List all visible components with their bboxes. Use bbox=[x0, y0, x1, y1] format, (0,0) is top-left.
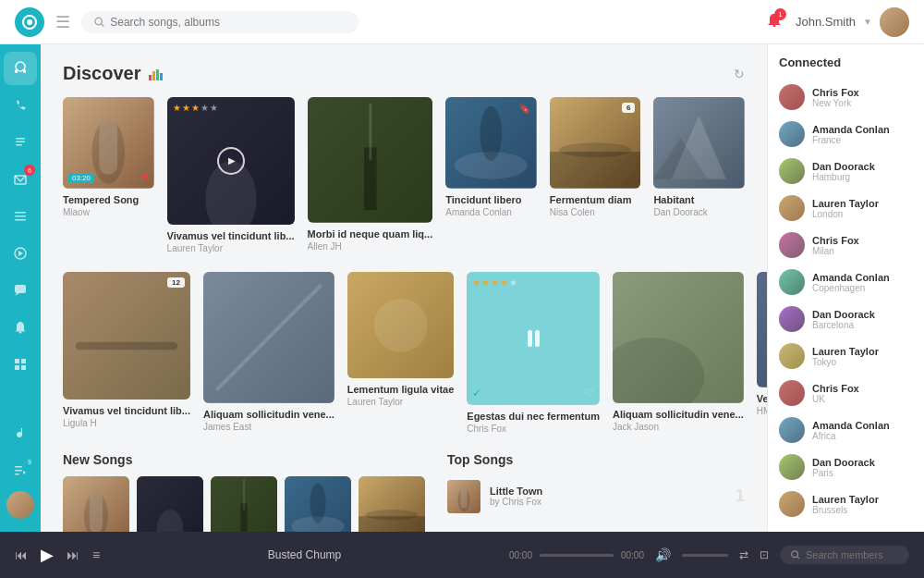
music-card[interactable]: 12Vivamus vel tincidunt lib...Ligula H bbox=[63, 272, 190, 434]
top-songs-title: Top Songs bbox=[447, 452, 745, 467]
connected-item[interactable]: Dan Doorack Paris bbox=[768, 449, 924, 486]
search-input[interactable] bbox=[110, 16, 346, 29]
svg-rect-14 bbox=[15, 219, 26, 221]
svg-rect-6 bbox=[15, 69, 18, 73]
new-song-thumb[interactable] bbox=[285, 476, 351, 532]
queue-button[interactable]: ≡ bbox=[92, 547, 100, 562]
shuffle-button[interactable]: ⇄ bbox=[739, 548, 748, 561]
progress-bar[interactable] bbox=[540, 554, 614, 557]
play-button[interactable]: ▶ bbox=[217, 147, 245, 175]
top-song-item[interactable]: Little Town by Chris Fox 1 bbox=[447, 476, 745, 517]
play-pause-button[interactable]: ▶ bbox=[41, 545, 54, 565]
discover-title: Discover bbox=[63, 63, 141, 84]
member-search-input[interactable] bbox=[806, 549, 898, 560]
fast-forward-button[interactable]: ⏭ bbox=[67, 547, 79, 562]
music-card[interactable]: Aliquam sollicitudin vene...Jack Jason bbox=[613, 272, 744, 434]
music-card[interactable]: Vestibulum ullamcorperHM & DD bbox=[757, 272, 767, 434]
new-songs-section: New Songs bbox=[63, 452, 425, 532]
connected-item[interactable]: Lauren Taylor Brussels bbox=[768, 486, 924, 523]
connected-item[interactable]: Lauren Taylor Tokyo bbox=[768, 338, 924, 375]
music-card-title: Vivamus vel tincidunt lib... bbox=[63, 405, 190, 416]
sidebar-item-playlist[interactable]: 9 bbox=[4, 454, 37, 487]
like-icon[interactable]: ♡ bbox=[584, 387, 594, 400]
connected-info: Dan Doorack Hamburg bbox=[812, 161, 875, 182]
menu-icon[interactable]: ☰ bbox=[55, 12, 70, 32]
connected-item[interactable]: Amanda Conlan France bbox=[768, 116, 924, 153]
notification-icon[interactable]: 1 bbox=[766, 12, 783, 32]
svg-rect-23 bbox=[21, 365, 26, 370]
new-songs-title: New Songs bbox=[63, 452, 425, 467]
music-card-title: Habitant bbox=[653, 194, 745, 205]
music-card[interactable]: 6Fermentum diamNisa Colen bbox=[550, 97, 641, 253]
music-card[interactable]: Lementum ligula vitaeLauren Taylor bbox=[347, 272, 455, 434]
connected-title: Connected bbox=[768, 55, 924, 79]
connected-item[interactable]: Amanda Conlan Africa bbox=[768, 412, 924, 449]
connected-location: UK bbox=[812, 394, 859, 404]
connected-list: Chris Fox New York Amanda Conlan France … bbox=[768, 79, 924, 523]
connected-location: Brussels bbox=[812, 505, 879, 515]
connected-item[interactable]: Chris Fox Milan bbox=[768, 227, 924, 264]
music-card[interactable]: Morbi id neque quam liq...Allen JH bbox=[308, 97, 433, 253]
music-card-artist: HM & DD bbox=[757, 406, 767, 416]
sidebar-item-grid[interactable] bbox=[4, 348, 37, 381]
connected-avatar bbox=[779, 195, 805, 221]
connected-item[interactable]: Chris Fox New York bbox=[768, 79, 924, 116]
connected-location: Paris bbox=[812, 468, 875, 478]
pause-overlay[interactable] bbox=[467, 272, 600, 405]
sidebar-item-note[interactable] bbox=[4, 417, 37, 450]
heart-icon[interactable]: ♥ bbox=[141, 170, 148, 183]
music-card[interactable]: ★★★★★▶Vivamus vel tincidunt lib...Lauren… bbox=[167, 97, 295, 253]
connected-info: Chris Fox New York bbox=[812, 87, 859, 108]
connected-avatar bbox=[779, 232, 805, 258]
sidebar-item-headphones[interactable] bbox=[4, 52, 37, 85]
svg-rect-49 bbox=[63, 272, 190, 400]
sidebar-item-mail[interactable]: 6 bbox=[4, 163, 37, 196]
connected-name: Amanda Conlan bbox=[812, 124, 890, 135]
new-song-thumb[interactable] bbox=[359, 476, 425, 532]
refresh-button[interactable]: ↻ bbox=[734, 67, 745, 81]
sidebar: 6 9 bbox=[0, 44, 41, 532]
music-card[interactable]: ★★★★★♡✓Egestas dui nec fermentumChris Fo… bbox=[467, 272, 600, 434]
music-card-title: Egestas dui nec fermentum bbox=[467, 411, 600, 422]
bookmark-icon[interactable]: 🔖 bbox=[518, 103, 531, 115]
sidebar-item-bell[interactable] bbox=[4, 311, 37, 344]
sidebar-item-phone[interactable] bbox=[4, 89, 37, 122]
music-card[interactable]: Aliquam sollicitudin vene...James East bbox=[203, 272, 334, 434]
user-info[interactable]: John.Smith ▼ bbox=[796, 7, 909, 37]
music-card-artist: Allen JH bbox=[308, 241, 433, 252]
rewind-button[interactable]: ⏮ bbox=[15, 547, 28, 562]
play-overlay[interactable]: ▶ bbox=[167, 97, 295, 225]
new-song-thumb[interactable] bbox=[211, 476, 277, 532]
connected-location: Copenhagen bbox=[812, 283, 890, 293]
svg-rect-8 bbox=[16, 138, 25, 140]
dropdown-arrow-icon: ▼ bbox=[863, 17, 872, 27]
connected-info: Amanda Conlan France bbox=[812, 124, 890, 145]
svg-rect-9 bbox=[16, 141, 25, 143]
connected-item[interactable]: Dan Doorack Hamburg bbox=[768, 153, 924, 190]
svg-line-78 bbox=[797, 557, 800, 560]
volume-icon[interactable]: 🔊 bbox=[655, 547, 671, 562]
music-card[interactable]: HabitantDan Doorack bbox=[653, 97, 745, 253]
music-grid-row1: 03:20♥Tempered SongMiaow★★★★★▶Vivamus ve… bbox=[63, 97, 745, 253]
main-area: 6 9 bbox=[0, 44, 924, 532]
new-song-thumb[interactable] bbox=[137, 476, 203, 532]
connected-item[interactable]: Lauren Taylor London bbox=[768, 190, 924, 227]
top-song-info: Little Town by Chris Fox bbox=[490, 486, 726, 507]
sidebar-item-chat[interactable] bbox=[4, 274, 37, 307]
connected-item[interactable]: Dan Doorack Barcelona bbox=[768, 301, 924, 338]
user-avatar bbox=[880, 7, 909, 37]
sidebar-item-list[interactable] bbox=[4, 200, 37, 233]
sidebar-item-play[interactable] bbox=[4, 237, 37, 270]
playlist-button[interactable]: ⊡ bbox=[760, 548, 769, 561]
music-card-artist: James East bbox=[203, 422, 334, 432]
new-song-thumb[interactable] bbox=[63, 476, 129, 532]
pause-bar-left bbox=[528, 330, 532, 347]
connected-item[interactable]: Chris Fox UK bbox=[768, 375, 924, 412]
connected-item[interactable]: Amanda Conlan Copenhagen bbox=[768, 264, 924, 301]
volume-bar[interactable] bbox=[682, 554, 728, 557]
pause-button[interactable] bbox=[528, 330, 540, 347]
music-card[interactable]: 🔖Tincidunt liberoAmanda Conlan bbox=[445, 97, 537, 253]
sidebar-user-avatar[interactable] bbox=[6, 491, 34, 519]
sidebar-item-music[interactable] bbox=[4, 126, 37, 159]
music-card[interactable]: 03:20♥Tempered SongMiaow bbox=[63, 97, 154, 253]
